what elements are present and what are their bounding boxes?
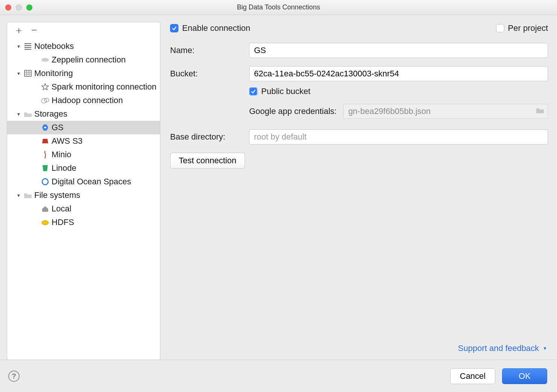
sidebar-toolbar: ＋ − (7, 22, 160, 38)
hdfs-icon (40, 218, 50, 227)
svg-point-16 (42, 220, 49, 225)
enable-connection-checkbox[interactable]: Enable connection (170, 23, 250, 33)
test-connection-button[interactable]: Test connection (170, 153, 245, 169)
gs-icon (40, 123, 50, 132)
svg-point-15 (42, 179, 48, 185)
credentials-input (343, 104, 548, 119)
tree-item-label: Local (50, 204, 72, 214)
cancel-button[interactable]: Cancel (450, 368, 495, 384)
ok-button[interactable]: OK (502, 368, 547, 384)
tree-item-label: Linode (50, 163, 76, 173)
titlebar: Big Data Tools Connections (0, 0, 557, 15)
tree-group-label: Monitoring (33, 68, 73, 78)
tree-item-hdfs[interactable]: ▾ HDFS (7, 216, 160, 229)
browse-folder-button[interactable] (536, 107, 545, 116)
chevron-down-icon: ▾ (14, 192, 23, 198)
support-feedback-link[interactable]: Support and feedback ▼ (458, 343, 547, 353)
support-feedback-label: Support and feedback (458, 343, 539, 353)
tree-group-label: File systems (33, 190, 80, 200)
grid-icon (23, 69, 33, 78)
checkbox-icon (496, 24, 504, 32)
credentials-label: Google app credentials: (249, 106, 336, 116)
tree-item-spark[interactable]: ▾ Spark monitoring connection (7, 80, 160, 94)
bucket-label: Bucket: (170, 69, 249, 79)
dialog-footer: ? Cancel OK (0, 360, 557, 392)
tree-item-label: Minio (50, 150, 72, 160)
tree-item-zeppelin[interactable]: ▾ Zeppelin connection (7, 53, 160, 67)
chevron-down-icon: ▼ (543, 346, 547, 351)
remove-button[interactable]: − (31, 25, 37, 35)
svg-rect-14 (44, 127, 46, 128)
tree-item-label: Digital Ocean Spaces (50, 177, 131, 187)
folder-cloud-icon (23, 109, 33, 119)
enable-connection-label: Enable connection (182, 23, 250, 33)
public-bucket-label: Public bucket (261, 87, 310, 96)
tree-item-gs[interactable]: ▾ GS (7, 121, 160, 134)
tree-group-filesystems[interactable]: ▾ File systems (7, 188, 160, 202)
do-icon (40, 177, 50, 186)
tree-group-label: Storages (33, 109, 67, 119)
zeppelin-icon (40, 55, 50, 64)
chevron-down-icon: ▾ (14, 111, 23, 117)
tree-group-notebooks[interactable]: ▾ Notebooks (7, 40, 160, 53)
tree-item-label: HDFS (50, 217, 74, 227)
tree-item-label: AWS S3 (50, 136, 82, 146)
tree-item-local[interactable]: ▾ Local (7, 202, 160, 216)
window-title: Big Data Tools Connections (237, 3, 320, 11)
bucket-input[interactable] (249, 66, 548, 81)
linode-icon (40, 164, 50, 173)
star-icon (40, 82, 50, 91)
connections-tree: ▾ Notebooks ▾ Zeppelin connection ▾ M (7, 38, 160, 229)
folder-icon (23, 191, 33, 200)
per-project-label: Per project (508, 23, 548, 33)
close-window-button[interactable] (5, 5, 11, 11)
tree-item-label: Hadoop connection (50, 96, 123, 105)
svg-point-4 (41, 58, 49, 62)
name-input[interactable] (249, 43, 548, 58)
tree-item-label: Spark monitoring connection (50, 82, 156, 92)
tree-group-monitoring[interactable]: ▾ Monitoring (7, 67, 160, 80)
tree-item-aws[interactable]: ▾ AWS S3 (7, 134, 160, 148)
add-button[interactable]: ＋ (14, 25, 24, 35)
help-button[interactable]: ? (8, 371, 20, 382)
tree-group-label: Notebooks (33, 41, 74, 51)
base-directory-input[interactable] (249, 129, 548, 144)
tree-item-hadoop[interactable]: ▾ Hadoop connection (7, 94, 160, 107)
svg-rect-5 (24, 70, 31, 76)
chevron-down-icon: ▾ (14, 70, 23, 76)
hadoop-icon (40, 96, 50, 105)
tree-item-digital-ocean[interactable]: ▾ Digital Ocean Spaces (7, 175, 160, 188)
tree-item-label: GS (50, 123, 64, 132)
connections-sidebar: ＋ − ▾ Notebooks ▾ Zeppelin connection (7, 22, 160, 360)
traffic-lights (5, 5, 32, 11)
tree-item-linode[interactable]: ▾ Linode (7, 161, 160, 175)
connection-form: Enable connection Per project Name: Buck… (160, 22, 550, 360)
chevron-down-icon: ▾ (14, 43, 23, 49)
minimize-window-button[interactable] (16, 5, 22, 11)
zoom-window-button[interactable] (26, 5, 32, 11)
lines-icon (23, 42, 33, 51)
tree-item-minio[interactable]: ▾ Minio (7, 148, 160, 161)
minio-icon (40, 150, 50, 159)
tree-item-label: Zeppelin connection (50, 55, 126, 65)
checkbox-icon (170, 24, 178, 32)
tree-group-storages[interactable]: ▾ Storages (7, 107, 160, 121)
per-project-checkbox[interactable]: Per project (496, 23, 548, 33)
checkbox-icon (249, 87, 257, 96)
base-directory-label: Base directory: (170, 132, 249, 142)
svg-point-11 (41, 99, 47, 103)
svg-marker-10 (42, 84, 49, 90)
name-label: Name: (170, 46, 249, 55)
aws-icon (40, 137, 50, 146)
home-icon (40, 204, 50, 213)
public-bucket-checkbox[interactable]: Public bucket (249, 87, 548, 96)
